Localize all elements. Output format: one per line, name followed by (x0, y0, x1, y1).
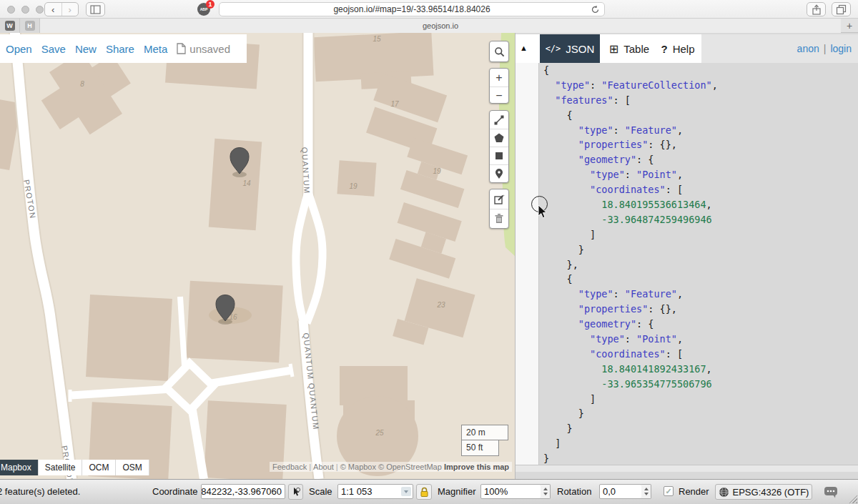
code-text: "type": "Feature", (539, 287, 683, 302)
code-line[interactable]: 7 "geometry": { (516, 152, 858, 167)
render-checkbox[interactable]: ✓ (664, 486, 674, 496)
map-canvas[interactable]: 8 15 17 14 19 19 23 25 16 PROTON QUANTUM… (0, 33, 515, 479)
window-minimize-button[interactable] (21, 6, 29, 14)
code-line[interactable]: 13 } (516, 242, 858, 257)
code-line[interactable]: 9 "coordinates": [ (516, 182, 858, 197)
lock-icon (420, 487, 429, 497)
draw-polygon-button[interactable] (490, 129, 508, 147)
code-line[interactable]: 27} (516, 451, 858, 466)
log-messages-button[interactable] (821, 484, 841, 500)
delete-feature-button[interactable] (490, 209, 508, 228)
road-end-cap-east (290, 364, 292, 377)
attrib-about[interactable]: About (313, 463, 334, 471)
url-field[interactable]: geojson.io/#map=19/-33.96514/18.84026 (219, 2, 605, 16)
zoom-in-button[interactable]: + (490, 69, 508, 87)
editor-lines[interactable]: 1{2 "type": "FeatureCollection",3 "featu… (516, 63, 858, 466)
tabs-overview-icon (836, 4, 847, 15)
anon-link[interactable]: anon (797, 43, 819, 54)
code-line[interactable]: 15 { (516, 272, 858, 287)
draw-rectangle-button[interactable] (490, 147, 508, 164)
window-zoom-button[interactable] (36, 6, 44, 14)
reload-button[interactable] (591, 5, 600, 16)
draw-marker-button[interactable] (490, 164, 508, 182)
tab-json[interactable]: </> JSON (540, 34, 600, 63)
coordinate-tracking-button[interactable] (288, 484, 303, 500)
magnifier-field[interactable]: 100% (480, 484, 541, 499)
tab-help[interactable]: ? Help (657, 34, 699, 63)
edit-feature-button[interactable] (490, 189, 508, 209)
window-close-button[interactable] (7, 6, 15, 14)
code-line[interactable]: 2 "type": "FeatureCollection", (516, 78, 858, 93)
basemap-option-mapbox[interactable]: Mapbox (0, 460, 39, 475)
code-line[interactable]: 8 "type": "Point", (516, 167, 858, 182)
basemap-option-osm[interactable]: OSM (116, 460, 149, 475)
map-pane[interactable]: 8 15 17 14 19 19 23 25 16 PROTON QUANTUM… (0, 33, 515, 479)
code-line[interactable]: 21 18.840141892433167, (516, 362, 858, 377)
epsg-label: EPSG:4326 (OTF) (733, 487, 809, 498)
code-line[interactable]: 1{ (516, 63, 858, 78)
code-line[interactable]: 17 "properties": {}, (516, 302, 858, 317)
code-line[interactable]: 16 "type": "Feature", (516, 287, 858, 302)
code-line[interactable]: 5 "type": "Feature", (516, 123, 858, 138)
tab-table[interactable]: ⊞ Table (604, 34, 654, 63)
search-button[interactable] (490, 41, 508, 61)
back-button[interactable]: ‹ (45, 3, 61, 16)
login-link[interactable]: login (830, 43, 852, 54)
code-line[interactable]: 4 { (516, 108, 858, 123)
magnifier-spinner[interactable] (541, 484, 551, 499)
code-line[interactable]: 12 ] (516, 227, 858, 242)
pinned-tab-w[interactable]: W (0, 19, 20, 33)
menu-meta[interactable]: Meta (144, 43, 167, 55)
rotation-field[interactable]: 0,0 (599, 484, 642, 499)
file-icon (177, 43, 186, 54)
draw-line-button[interactable] (490, 111, 508, 129)
code-line[interactable]: 14 }, (516, 257, 858, 272)
menu-save[interactable]: Save (41, 43, 66, 55)
forward-button[interactable]: › (61, 3, 79, 16)
zoom-out-button[interactable]: − (490, 87, 508, 104)
code-line[interactable]: 11 -33.964874259496946 (516, 212, 858, 227)
attrib-feedback[interactable]: Feedback (272, 463, 307, 471)
tab-geojson[interactable]: geojson.io (40, 19, 841, 33)
code-line[interactable]: 20 "coordinates": [ (516, 347, 858, 362)
scale-combobox[interactable]: 1:1 053 (337, 484, 413, 499)
new-tab-button[interactable]: + (841, 19, 858, 33)
unsaved-label: unsaved (189, 43, 230, 55)
attrib-improve-link[interactable]: Improve this map (444, 463, 509, 471)
status-bar: 2 feature(s) deleted. Coordinate 8.84223… (0, 479, 858, 504)
epsg-button[interactable]: EPSG:4326 (OTF) (715, 484, 812, 500)
editor-hscrollbar[interactable] (516, 465, 858, 472)
marker-tool-icon (493, 168, 505, 179)
rotation-spinner[interactable] (641, 484, 651, 499)
building-number: 15 (373, 35, 381, 43)
scale-dropdown-arrow[interactable] (401, 487, 411, 496)
basemap-option-satellite[interactable]: Satellite (39, 460, 83, 475)
code-line[interactable]: 18 "geometry": { (516, 317, 858, 332)
basemap-option-ocm[interactable]: OCM (82, 460, 116, 475)
code-text: } (539, 451, 549, 466)
scale-lock-button[interactable] (416, 484, 432, 500)
code-line[interactable]: 22 -33.965354775506796 (516, 377, 858, 392)
menu-new[interactable]: New (75, 43, 97, 55)
code-line[interactable]: 24 } (516, 406, 858, 421)
code-line[interactable]: 23 ] (516, 392, 858, 407)
sidebar-button[interactable] (86, 2, 105, 16)
share-button[interactable] (807, 2, 826, 16)
code-text: -33.964874259496946 (539, 212, 712, 227)
json-editor[interactable]: 1{2 "type": "FeatureCollection",3 "featu… (516, 63, 858, 472)
code-line[interactable]: 25 } (516, 421, 858, 436)
tabs-overview-button[interactable] (832, 2, 851, 16)
window-resize-grip[interactable] (849, 495, 857, 503)
draw-tools-box (489, 110, 509, 183)
code-line[interactable]: 19 "type": "Point", (516, 332, 858, 347)
menu-share[interactable]: Share (106, 43, 134, 55)
pinned-tab-h[interactable]: H (20, 19, 40, 33)
panel-collapse-button[interactable]: ▲ (520, 44, 528, 52)
nav-buttons: ‹ › (44, 2, 79, 16)
code-line[interactable]: 10 18.840195536613464, (516, 197, 858, 212)
menu-open[interactable]: Open (6, 43, 32, 55)
code-line[interactable]: 6 "properties": {}, (516, 137, 858, 152)
coordinate-field[interactable]: 8.842232,-33.967060 (201, 484, 285, 499)
code-line[interactable]: 3 "features": [ (516, 93, 858, 108)
code-line[interactable]: 26 ] (516, 436, 858, 451)
